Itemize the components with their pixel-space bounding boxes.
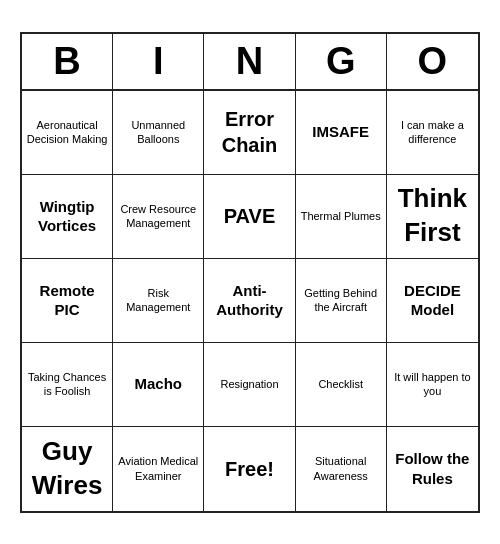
bingo-cell-text-21: Aviation Medical Examiner	[117, 454, 199, 483]
header-letter-b: B	[22, 34, 113, 89]
bingo-cell-text-10: Remote PIC	[26, 281, 108, 320]
bingo-cell-text-3: IMSAFE	[312, 122, 369, 142]
bingo-cell-11[interactable]: Risk Management	[113, 259, 204, 343]
bingo-cell-text-17: Resignation	[220, 377, 278, 391]
bingo-card: BINGO Aeronautical Decision MakingUnmann…	[20, 32, 480, 513]
bingo-cell-1[interactable]: Unmanned Balloons	[113, 91, 204, 175]
bingo-cell-21[interactable]: Aviation Medical Examiner	[113, 427, 204, 511]
bingo-cell-17[interactable]: Resignation	[204, 343, 295, 427]
bingo-header: BINGO	[22, 34, 478, 91]
header-letter-o: O	[387, 34, 478, 89]
bingo-cell-text-12: Anti-Authority	[208, 281, 290, 320]
header-letter-g: G	[296, 34, 387, 89]
bingo-cell-24[interactable]: Follow the Rules	[387, 427, 478, 511]
bingo-cell-19[interactable]: It will happen to you	[387, 343, 478, 427]
bingo-cell-16[interactable]: Macho	[113, 343, 204, 427]
bingo-cell-text-9: Think First	[391, 182, 474, 250]
bingo-cell-23[interactable]: Situational Awareness	[296, 427, 387, 511]
bingo-cell-10[interactable]: Remote PIC	[22, 259, 113, 343]
bingo-cell-13[interactable]: Getting Behind the Aircraft	[296, 259, 387, 343]
bingo-cell-text-1: Unmanned Balloons	[117, 118, 199, 147]
bingo-cell-text-15: Taking Chances is Foolish	[26, 370, 108, 399]
bingo-cell-text-0: Aeronautical Decision Making	[26, 118, 108, 147]
bingo-cell-8[interactable]: Thermal Plumes	[296, 175, 387, 259]
header-letter-i: I	[113, 34, 204, 89]
bingo-cell-text-19: It will happen to you	[391, 370, 474, 399]
bingo-cell-text-16: Macho	[135, 374, 183, 394]
bingo-cell-text-11: Risk Management	[117, 286, 199, 315]
bingo-cell-20[interactable]: Guy Wires	[22, 427, 113, 511]
bingo-cell-text-24: Follow the Rules	[391, 449, 474, 488]
bingo-cell-0[interactable]: Aeronautical Decision Making	[22, 91, 113, 175]
bingo-cell-12[interactable]: Anti-Authority	[204, 259, 295, 343]
bingo-cell-text-7: PAVE	[224, 203, 276, 229]
bingo-cell-15[interactable]: Taking Chances is Foolish	[22, 343, 113, 427]
bingo-cell-text-2: Error Chain	[208, 106, 290, 158]
bingo-cell-text-22: Free!	[225, 456, 274, 482]
bingo-grid: Aeronautical Decision MakingUnmanned Bal…	[22, 91, 478, 511]
bingo-cell-text-20: Guy Wires	[26, 435, 108, 503]
bingo-cell-text-23: Situational Awareness	[300, 454, 382, 483]
bingo-cell-text-18: Checklist	[318, 377, 363, 391]
bingo-cell-6[interactable]: Crew Resource Management	[113, 175, 204, 259]
header-letter-n: N	[204, 34, 295, 89]
bingo-cell-text-8: Thermal Plumes	[301, 209, 381, 223]
bingo-cell-text-13: Getting Behind the Aircraft	[300, 286, 382, 315]
bingo-cell-9[interactable]: Think First	[387, 175, 478, 259]
bingo-cell-14[interactable]: DECIDE Model	[387, 259, 478, 343]
bingo-cell-text-6: Crew Resource Management	[117, 202, 199, 231]
bingo-cell-5[interactable]: Wingtip Vortices	[22, 175, 113, 259]
bingo-cell-3[interactable]: IMSAFE	[296, 91, 387, 175]
bingo-cell-text-5: Wingtip Vortices	[26, 197, 108, 236]
bingo-cell-2[interactable]: Error Chain	[204, 91, 295, 175]
bingo-cell-22[interactable]: Free!	[204, 427, 295, 511]
bingo-cell-4[interactable]: I can make a difference	[387, 91, 478, 175]
bingo-cell-text-14: DECIDE Model	[391, 281, 474, 320]
bingo-cell-text-4: I can make a difference	[391, 118, 474, 147]
bingo-cell-18[interactable]: Checklist	[296, 343, 387, 427]
bingo-cell-7[interactable]: PAVE	[204, 175, 295, 259]
